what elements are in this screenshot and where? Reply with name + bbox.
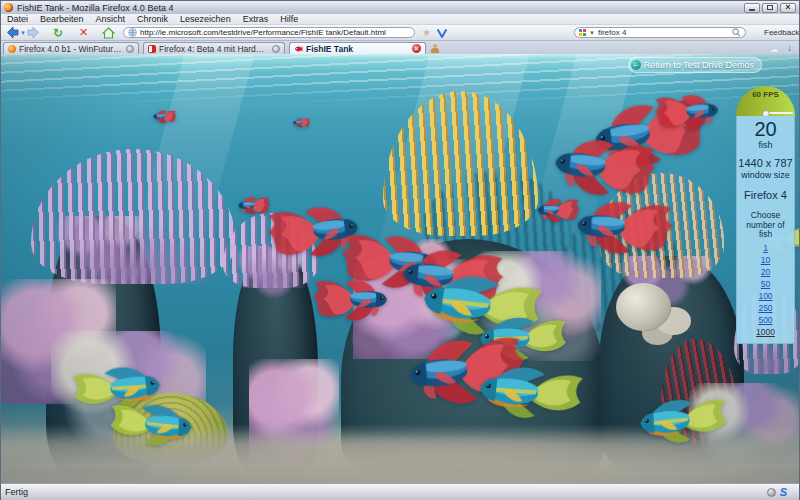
close-icon: × — [785, 4, 790, 11]
fish-betta — [565, 195, 676, 264]
tab-group-cloud-icon[interactable]: ☁ — [769, 43, 779, 54]
restore-icon — [767, 5, 773, 10]
forward-arrow-icon — [27, 26, 40, 39]
menu-ansicht[interactable]: Ansicht — [90, 14, 132, 24]
return-button-label: Return to Test Drive Demos — [644, 60, 754, 70]
home-icon — [102, 27, 115, 39]
firefox-app-icon — [4, 3, 13, 12]
search-box[interactable]: ▼ firefox 4 — [574, 27, 746, 38]
minimize-button[interactable] — [744, 3, 760, 13]
url-bar[interactable]: http://ie.microsoft.com/testdrive/Perfor… — [123, 27, 415, 38]
menu-hilfe[interactable]: Hilfe — [274, 14, 304, 24]
url-text: http://ie.microsoft.com/testdrive/Perfor… — [140, 28, 386, 37]
bookmark-star-button[interactable]: ★ — [422, 26, 431, 39]
download-arrow-icon[interactable]: ↓ — [787, 42, 792, 53]
back-circle-icon: ← — [631, 60, 641, 70]
fps-value: 60 FPS — [736, 90, 795, 99]
window-size-label: window size — [737, 170, 794, 181]
status-bar: Fertig S — [1, 483, 799, 500]
magnifier-icon[interactable] — [732, 28, 741, 37]
search-engine-dropdown-icon[interactable]: ▼ — [589, 30, 595, 36]
navigation-toolbar: ▼ ↻ ✕ http://ie.microsoft.com/testdrive/… — [1, 25, 799, 40]
fish-betta — [394, 329, 532, 417]
fish-option-10[interactable]: 10 — [737, 254, 794, 266]
menu-bar: Datei Bearbeiten Ansicht Chronik Lesezei… — [1, 14, 799, 25]
menu-lesezeichen[interactable]: Lesezeichen — [174, 14, 237, 24]
tab-bar: Firefox 4.0 b1 - WinFuture.de Firefox 4:… — [1, 40, 799, 54]
fish-count-links: 1 10 20 50 100 250 500 1000 — [737, 242, 794, 338]
tab-winfuture[interactable]: Firefox 4.0 b1 - WinFuture.de — [3, 42, 139, 54]
title-bar: FishIE Tank - Mozilla Firefox 4.0 Beta 4… — [1, 1, 799, 14]
tab-fishie-tank[interactable]: FishIE Tank ✕ — [289, 42, 426, 54]
fish-parrot — [470, 309, 572, 369]
menu-extras[interactable]: Extras — [237, 14, 275, 24]
fish-betta — [311, 277, 395, 326]
tab-globe-icon[interactable] — [126, 45, 134, 53]
refresh-button[interactable]: ↻ — [53, 26, 63, 39]
fish-option-250[interactable]: 250 — [737, 302, 794, 314]
statusbar-icons: S — [767, 487, 795, 498]
back-arrow-icon — [6, 26, 19, 39]
firefox-favicon — [8, 45, 16, 53]
fish-count-value: 20 — [737, 118, 794, 140]
menu-bearbeiten[interactable]: Bearbeiten — [34, 14, 90, 24]
fish-option-50[interactable]: 50 — [737, 278, 794, 290]
tab-news-article[interactable]: Firefox 4: Beta 4 mit Hardware-Turbo u — [143, 42, 285, 54]
extension-badge-icon[interactable] — [767, 488, 776, 497]
browser-window: FishIE Tank - Mozilla Firefox 4.0 Beta 4… — [0, 0, 800, 500]
page-content: ← Return to Test Drive Demos 60 FPS 20 f… — [1, 54, 799, 483]
tab-close-button[interactable]: ✕ — [412, 44, 421, 53]
s-badge-icon[interactable]: S — [780, 487, 787, 498]
fish-layer — [1, 54, 799, 483]
back-history-dropdown[interactable]: ▼ — [20, 26, 26, 39]
fps-gauge: 60 FPS — [736, 86, 795, 116]
fish-option-500[interactable]: 500 — [737, 314, 794, 326]
gauge-hub-icon — [762, 110, 770, 116]
fish-betta — [151, 109, 177, 124]
fish-betta — [541, 130, 661, 208]
news-favicon — [148, 45, 156, 53]
fps-panel-body: 20 fish 1440 x 787 window size Firefox 4… — [736, 116, 795, 344]
menu-datei[interactable]: Datei — [1, 14, 34, 24]
feedback-button[interactable]: Feedback — [764, 27, 800, 38]
fish-betta — [263, 198, 371, 268]
fish-parrot — [103, 394, 203, 457]
search-input[interactable]: firefox 4 — [598, 28, 729, 37]
quick-bookmark-button[interactable] — [437, 26, 447, 39]
tab-globe-icon[interactable] — [272, 45, 280, 53]
return-to-demos-button[interactable]: ← Return to Test Drive Demos — [628, 57, 762, 73]
fish-betta — [533, 197, 581, 225]
window-size-value: 1440 x 787 — [737, 157, 794, 170]
fish-option-100[interactable]: 100 — [737, 290, 794, 302]
close-button[interactable]: × — [780, 3, 796, 13]
fish-option-1000[interactable]: 1000 — [737, 326, 794, 338]
forward-button[interactable] — [27, 26, 40, 39]
fish-option-20[interactable]: 20 — [737, 266, 794, 278]
home-button[interactable] — [102, 26, 115, 39]
restore-button[interactable] — [762, 3, 778, 13]
fish-betta — [389, 241, 508, 317]
menu-chronik[interactable]: Chronik — [131, 14, 174, 24]
fish-parrot — [405, 257, 553, 356]
fish-betta — [652, 90, 727, 137]
choose-fish-label: Choose number of fish — [737, 211, 794, 240]
fish-option-1[interactable]: 1 — [737, 242, 794, 254]
tab-label: Firefox 4: Beta 4 mit Hardware-Turbo u — [159, 44, 269, 54]
back-button[interactable] — [6, 26, 19, 39]
fps-panel: 60 FPS 20 fish 1440 x 787 window size Fi… — [736, 86, 795, 344]
tab-label: Firefox 4.0 b1 - WinFuture.de — [19, 44, 123, 54]
persona-icon[interactable] — [431, 44, 439, 53]
stop-button[interactable]: ✕ — [79, 26, 88, 39]
feedback-label: Feedback — [764, 28, 799, 37]
window-title: FishIE Tank - Mozilla Firefox 4.0 Beta 4 — [17, 3, 173, 13]
fish-betta — [578, 91, 713, 181]
fish-betta — [337, 228, 449, 298]
fishie-favicon — [294, 45, 303, 53]
site-favicon-globe — [128, 28, 137, 37]
search-engine-icon[interactable] — [579, 29, 586, 36]
fish-parrot — [465, 352, 592, 434]
status-text: Fertig — [5, 487, 28, 497]
window-controls: × — [744, 3, 799, 13]
tab-label: FishIE Tank — [306, 44, 409, 54]
fish-betta — [235, 196, 271, 217]
